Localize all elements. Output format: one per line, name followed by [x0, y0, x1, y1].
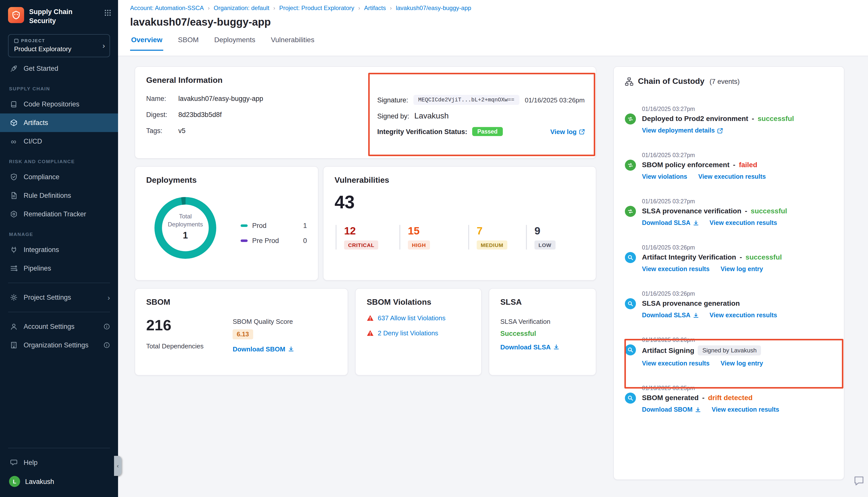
project-selector[interactable]: PROJECT Product Exploratory › — [8, 34, 110, 57]
user-icon — [9, 323, 18, 330]
tab-sbom[interactable]: SBOM — [177, 36, 200, 51]
custody-event-slsa-provenance-verification: 01/16/2025 03:27pm SLSA provenance verif… — [625, 198, 833, 226]
severity-high: 15 HIGH — [399, 225, 468, 250]
legend-value: 1 — [303, 222, 307, 229]
card-title: General Information — [146, 76, 585, 85]
custody-event-sbom-generated: 01/16/2025 03:25pm SBOM generated - drif… — [625, 385, 833, 413]
severity-label-badge: HIGH — [408, 240, 430, 250]
breadcrumb-current-artifact-link[interactable]: lavakush07/easy-buggy-app — [396, 4, 471, 12]
shield-check-icon — [9, 173, 18, 181]
sidebar-item-label: Artifacts — [24, 119, 48, 127]
deployments-legend: Prod 1 Pre Prod 0 — [241, 222, 307, 263]
event-timestamp: 01/16/2025 03:27pm — [642, 152, 833, 158]
tab-bar: Overview SBOM Deployments Vulnerabilitie… — [130, 36, 856, 51]
view-violations-link[interactable]: View violations — [642, 173, 687, 180]
view-deployment-details-link[interactable]: View deployment details — [642, 127, 723, 134]
sidebar-item-organization-settings[interactable]: Organization Settings — [0, 336, 118, 354]
sidebar-item-project-settings[interactable]: Project Settings › — [0, 288, 118, 307]
magnifier-icon — [625, 344, 636, 355]
sidebar-item-artifacts[interactable]: Artifacts — [0, 113, 118, 132]
card-title: SBOM — [146, 298, 337, 307]
sbom-quality-score-badge: 6.13 — [233, 329, 253, 339]
allow-list-violations-link[interactable]: 637 Allow list Violations — [378, 314, 446, 322]
sidebar-item-get-started[interactable]: Get Started — [0, 59, 118, 78]
legend-value: 0 — [303, 237, 307, 244]
severity-label-badge: MEDIUM — [477, 240, 507, 250]
view-execution-results-link[interactable]: View execution results — [642, 360, 710, 367]
signed-by-label: Signed by: — [377, 112, 409, 120]
deployments-donut-chart: Total Deployments 1 — [150, 193, 221, 263]
sidebar-item-label: Organization Settings — [24, 341, 88, 349]
breadcrumb-separator: › — [390, 5, 392, 11]
breadcrumb-artifacts-link[interactable]: Artifacts — [364, 4, 386, 12]
view-execution-results-link[interactable]: View execution results — [710, 312, 777, 319]
tab-deployments[interactable]: Deployments — [213, 36, 256, 51]
view-execution-results-link[interactable]: View execution results — [710, 219, 777, 226]
event-timestamp: 01/16/2025 03:27pm — [642, 198, 833, 204]
legend-label: Prod — [252, 222, 266, 229]
event-title: SBOM policy enforcement — [642, 161, 730, 169]
field-value: lavakush07/easy-buggy-app — [178, 95, 263, 102]
breadcrumb-project-link[interactable]: Project: Product Exploratory — [279, 4, 354, 12]
project-selector-label: PROJECT — [14, 38, 96, 43]
building-icon — [9, 341, 18, 349]
sidebar-item-remediation-tracker[interactable]: Remediation Tracker — [0, 205, 118, 223]
hexagon-target-icon — [9, 210, 18, 218]
sidebar-item-help[interactable]: Help — [0, 453, 118, 472]
view-execution-results-link[interactable]: View execution results — [698, 173, 766, 180]
sidebar-item-code-repositories[interactable]: Code Repositories — [0, 95, 118, 113]
download-icon — [554, 344, 559, 350]
breadcrumb-account-link[interactable]: Account: Automation-SSCA — [130, 4, 204, 12]
tab-vulnerabilities[interactable]: Vulnerabilities — [270, 36, 315, 51]
event-timestamp: 01/16/2025 03:26pm — [642, 291, 833, 297]
sidebar-item-cicd[interactable]: ∞ CI/CD — [0, 132, 118, 151]
sidebar-item-rule-definitions[interactable]: Rule Definitions — [0, 186, 118, 205]
deny-list-violations-link[interactable]: 2 Deny list Violations — [378, 329, 438, 337]
event-timestamp: 01/16/2025 03:27pm — [642, 106, 833, 112]
tab-overview[interactable]: Overview — [130, 36, 164, 51]
view-execution-results-link[interactable]: View execution results — [712, 406, 779, 413]
breadcrumb-organization-link[interactable]: Organization: default — [214, 4, 269, 12]
download-slsa-link[interactable]: Download SLSA — [642, 219, 699, 226]
view-log-entry-link[interactable]: View log entry — [720, 266, 763, 273]
download-sbom-link[interactable]: Download SBOM — [233, 345, 294, 353]
chain-of-custody-card: Chain of Custody (7 events) 01/16/2025 0… — [613, 66, 844, 480]
infinity-icon: ∞ — [9, 137, 18, 146]
sbom-quality-label: SBOM Quality Score — [233, 318, 294, 325]
app-logo — [8, 7, 24, 23]
event-timestamp: 01/16/2025 03:26pm — [642, 337, 833, 343]
deployments-card: Deployments Total Deployments — [135, 166, 319, 281]
integrity-status-label: Integrity Verification Status: — [377, 128, 467, 135]
severity-critical: 12 CRITICAL — [336, 225, 399, 250]
help-chat-float-icon[interactable] — [853, 475, 865, 489]
magnifier-icon — [625, 393, 636, 403]
gear-icon — [9, 294, 18, 301]
sidebar-item-pipelines[interactable]: Pipelines — [0, 259, 118, 278]
chevron-right-icon: › — [108, 293, 110, 302]
app-title: Supply Chain Security — [29, 7, 99, 25]
download-sbom-link[interactable]: Download SBOM — [642, 406, 700, 413]
page-header: Account: Automation-SSCA › Organization:… — [118, 0, 868, 56]
user-menu[interactable]: L Lavakush — [0, 472, 118, 497]
warning-icon — [367, 315, 374, 321]
custody-event-deployed-to-prod2: 01/16/2025 03:27pm Deployed to Prod2 env… — [625, 106, 833, 134]
field-name: Name: lavakush07/easy-buggy-app — [146, 95, 377, 102]
sidebar-item-compliance[interactable]: Compliance — [0, 168, 118, 186]
custody-event-list: 01/16/2025 03:27pm Deployed to Prod2 env… — [625, 106, 833, 413]
sidebar-item-account-settings[interactable]: Account Settings — [0, 317, 118, 336]
slsa-verification-status: Successful — [500, 330, 585, 337]
event-title: SLSA provenance generation — [642, 299, 740, 307]
card-title: SLSA — [500, 298, 585, 307]
status-badge-passed: Passed — [473, 127, 503, 136]
view-log-link[interactable]: View log — [550, 128, 585, 135]
sidebar-item-integrations[interactable]: Integrations — [0, 240, 118, 259]
card-title: Vulnerabilities — [335, 176, 585, 185]
content: General Information Name: lavakush07/eas… — [118, 56, 868, 497]
sidebar-item-label: Rule Definitions — [24, 192, 71, 199]
app-switcher-grid-icon[interactable] — [104, 7, 111, 18]
download-slsa-link[interactable]: Download SLSA — [500, 343, 585, 351]
download-slsa-link[interactable]: Download SLSA — [642, 312, 699, 319]
view-execution-results-link[interactable]: View execution results — [642, 266, 710, 273]
view-log-entry-link[interactable]: View log entry — [720, 360, 763, 367]
field-value: 8d23bd3b5d8f — [178, 111, 222, 118]
